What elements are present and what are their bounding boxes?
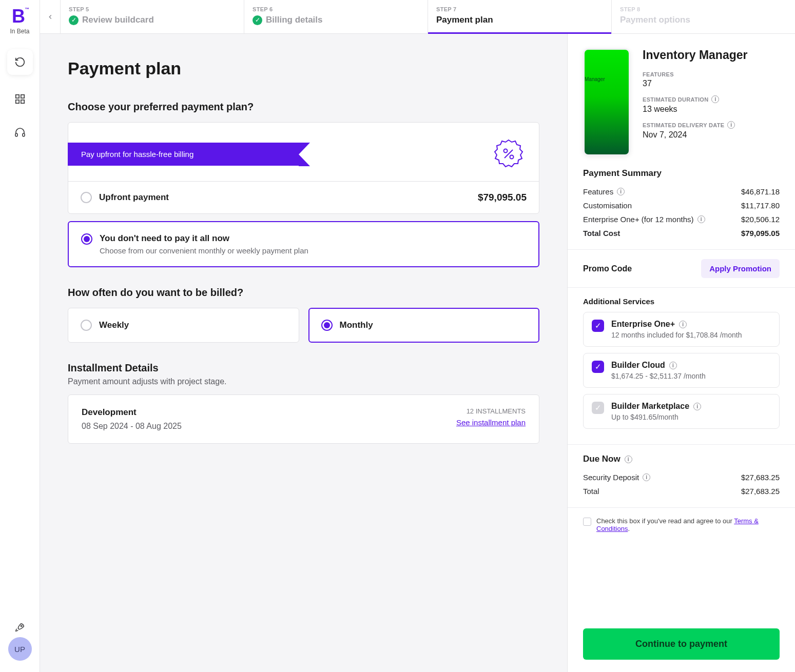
service-title: Builder Cloud (611, 361, 665, 370)
deposit-value: $27,683.25 (741, 473, 780, 482)
checkbox-unchecked-icon: ✓ (592, 402, 604, 414)
step-back-button[interactable] (40, 0, 61, 33)
delivery-label: ESTIMATED DELIVERY DATE (643, 122, 724, 128)
radio-unselected-icon (81, 192, 92, 203)
service-subtitle: 12 months included for $1,708.84 /month (611, 331, 742, 339)
checkbox-checked-icon: ✓ (592, 320, 604, 332)
flex-plan-card[interactable]: You don't need to pay it all now Choose … (68, 221, 539, 267)
discount-badge-icon (493, 138, 525, 170)
radio-selected-icon (81, 233, 92, 245)
svg-rect-0 (15, 95, 18, 98)
duration-value: 13 weeks (643, 105, 748, 114)
nav-support[interactable] (10, 123, 30, 143)
step-title: Review buildcard (82, 15, 154, 25)
svg-point-7 (504, 149, 508, 153)
features-value: 37 (643, 79, 748, 88)
service-title: Builder Marketplace (611, 402, 689, 411)
freq-weekly[interactable]: Weekly (68, 308, 299, 343)
step-num: STEP 7 (436, 6, 603, 12)
left-nav: B™ In Beta UP (0, 0, 40, 672)
continue-to-payment-button[interactable]: Continue to payment (583, 628, 780, 660)
line-total-label: Total Cost (583, 229, 620, 238)
info-icon[interactable]: i (697, 215, 705, 223)
upfront-plan-card: Pay upfront for hassle-free billing (68, 122, 539, 214)
step-billing-details[interactable]: STEP 6 ✓ Billing details (244, 0, 428, 33)
flex-subtitle: Choose from our convenient monthly or we… (100, 246, 308, 255)
step-review-buildcard[interactable]: STEP 5 ✓ Review buildcard (61, 0, 244, 33)
radio-unselected-icon (81, 320, 92, 331)
apply-promotion-button[interactable]: Apply Promotion (701, 259, 780, 278)
additional-services-heading: Additional Services (583, 297, 780, 306)
upfront-option[interactable]: Upfront payment $79,095.05 (68, 181, 539, 213)
line-enterprise-value: $20,506.12 (741, 215, 780, 224)
nav-launch[interactable] (10, 618, 30, 637)
line-custom-value: $11,717.80 (741, 201, 780, 210)
service-enterprise[interactable]: ✓ Enterprise One+i 12 months included fo… (583, 312, 780, 347)
features-label: FEATURES (643, 71, 748, 77)
brand-logo[interactable]: B™ In Beta (10, 7, 29, 35)
check-icon: ✓ (253, 15, 262, 25)
info-icon[interactable]: i (617, 188, 625, 195)
due-total-value: $27,683.25 (741, 487, 780, 496)
step-title: Billing details (266, 15, 323, 25)
due-now-heading: Due Now (583, 454, 621, 464)
nav-apps[interactable] (10, 89, 30, 109)
headset-icon (14, 127, 26, 139)
deposit-label: Security Deposit (583, 473, 639, 482)
summary-panel: Manager Inventory Manager FEATURES 37 ES… (567, 34, 795, 672)
page-title: Payment plan (68, 58, 539, 78)
step-title: Payment plan (436, 15, 493, 25)
check-icon: ✓ (69, 15, 79, 25)
undo-icon (14, 56, 26, 68)
svg-rect-5 (23, 133, 25, 136)
step-payment-plan[interactable]: STEP 7 Payment plan (428, 0, 612, 33)
flex-title: You don't need to pay it all now (100, 233, 308, 244)
upfront-price: $79,095.05 (478, 192, 527, 203)
line-features-value: $46,871.18 (741, 187, 780, 196)
info-icon[interactable]: i (711, 95, 719, 103)
step-payment-options: STEP 8 Payment options (612, 0, 795, 33)
rocket-icon (14, 622, 26, 633)
chevron-left-icon (47, 13, 54, 21)
installment-dates: 08 Sep 2024 - 08 Aug 2025 (82, 422, 182, 431)
line-total-value: $79,095.05 (741, 229, 780, 238)
logo-tm: ™ (25, 7, 28, 12)
see-installment-link[interactable]: See installment plan (456, 418, 526, 427)
step-num: STEP 8 (620, 6, 787, 12)
line-custom-label: Customisation (583, 201, 632, 210)
info-icon[interactable]: i (727, 121, 735, 129)
preview-label: Manager (585, 76, 605, 82)
service-marketplace[interactable]: ✓ Builder Marketplacei Up to $491.65/mon… (583, 394, 780, 429)
checkbox-checked-icon: ✓ (592, 361, 604, 373)
info-icon[interactable]: i (643, 473, 650, 481)
terms-checkbox[interactable] (583, 518, 591, 526)
info-icon[interactable]: i (625, 456, 632, 463)
info-icon[interactable]: i (669, 362, 677, 369)
info-icon[interactable]: i (693, 403, 701, 410)
undo-button[interactable] (7, 49, 33, 75)
due-total-label: Total (583, 487, 599, 496)
svg-rect-3 (21, 100, 24, 103)
svg-rect-1 (21, 95, 24, 98)
installment-subtitle: Payment amount adjusts with project stag… (68, 377, 539, 386)
terms-prefix: Check this box if you've read and agree … (596, 517, 734, 525)
avatar[interactable]: UP (8, 637, 32, 661)
terms-row: Check this box if you've read and agree … (568, 507, 795, 542)
billing-frequency-heading: How often do you want to be billed? (68, 287, 539, 299)
upfront-ribbon: Pay upfront for hassle-free billing (68, 143, 299, 166)
terms-text: Check this box if you've read and agree … (596, 517, 780, 532)
radio-selected-icon (321, 320, 333, 331)
svg-rect-4 (15, 133, 17, 136)
installment-heading: Installment Details (68, 362, 539, 374)
service-cloud[interactable]: ✓ Builder Cloudi $1,674.25 - $2,511.37 /… (583, 353, 780, 388)
step-num: STEP 5 (69, 6, 236, 12)
project-preview: Manager (583, 48, 630, 156)
line-features-label: Features (583, 187, 613, 196)
freq-monthly[interactable]: Monthly (308, 308, 540, 343)
info-icon[interactable]: i (679, 321, 687, 328)
content-area: Payment plan Choose your preferred payme… (40, 34, 567, 672)
logo-subtitle: In Beta (10, 28, 29, 35)
grid-icon (14, 93, 26, 105)
upfront-label: Upfront payment (99, 192, 169, 203)
payment-summary-heading: Payment Summary (583, 168, 780, 179)
